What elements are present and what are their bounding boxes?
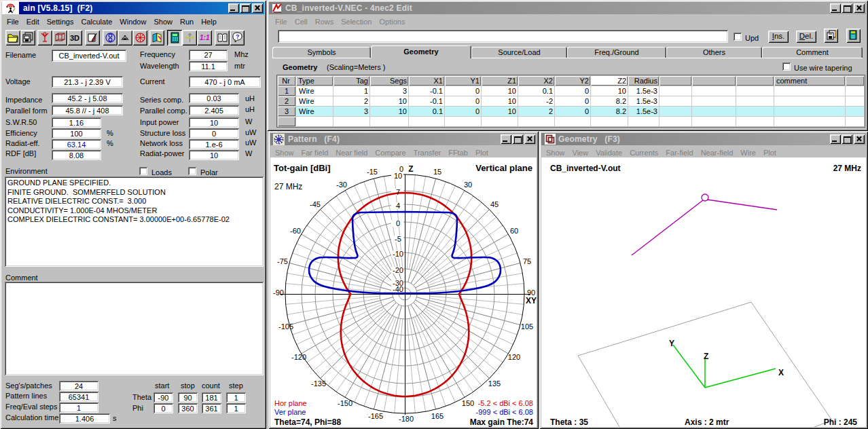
- svg-text:60: 60: [510, 227, 518, 235]
- svg-text:-135: -135: [311, 379, 326, 388]
- svg-text:-120: -120: [291, 353, 306, 361]
- svg-text:XY: XY: [526, 296, 537, 305]
- svg-text:150: 150: [462, 399, 474, 407]
- svg-text:7: 7: [396, 188, 400, 196]
- svg-text:75: 75: [523, 257, 531, 265]
- svg-text:10: 10: [394, 172, 402, 180]
- svg-text:-90: -90: [273, 288, 284, 297]
- svg-text:-105: -105: [278, 322, 293, 331]
- svg-text:15: 15: [433, 168, 441, 176]
- svg-text:-40: -40: [393, 285, 403, 293]
- svg-text:165: 165: [431, 412, 444, 420]
- svg-text:?: ?: [236, 33, 240, 40]
- svg-text:120: 120: [508, 353, 520, 361]
- svg-text:-10: -10: [393, 250, 403, 258]
- svg-text:30: 30: [464, 181, 472, 189]
- svg-text:-30: -30: [336, 181, 347, 189]
- svg-text:105: 105: [521, 322, 533, 331]
- svg-text:-165: -165: [368, 412, 383, 420]
- svg-text:-60: -60: [290, 227, 301, 235]
- svg-text:-15: -15: [367, 168, 378, 176]
- svg-text:-180: -180: [399, 415, 414, 423]
- svg-text:Y: Y: [669, 339, 674, 348]
- svg-text:135: 135: [488, 379, 501, 388]
- svg-text:3D: 3D: [70, 34, 79, 42]
- svg-text:-5: -5: [395, 235, 401, 243]
- svg-text:0: 0: [396, 219, 400, 227]
- svg-text:45: 45: [490, 200, 499, 208]
- svg-text:-75: -75: [277, 257, 288, 265]
- svg-text:-45: -45: [310, 200, 321, 208]
- svg-text:4: 4: [396, 202, 400, 210]
- svg-text:Z: Z: [704, 352, 708, 361]
- svg-text:Z: Z: [408, 164, 413, 174]
- svg-text:1:1: 1:1: [200, 34, 210, 41]
- svg-text:X: X: [778, 368, 784, 377]
- svg-text:-20: -20: [393, 266, 403, 274]
- svg-text:-150: -150: [338, 399, 352, 407]
